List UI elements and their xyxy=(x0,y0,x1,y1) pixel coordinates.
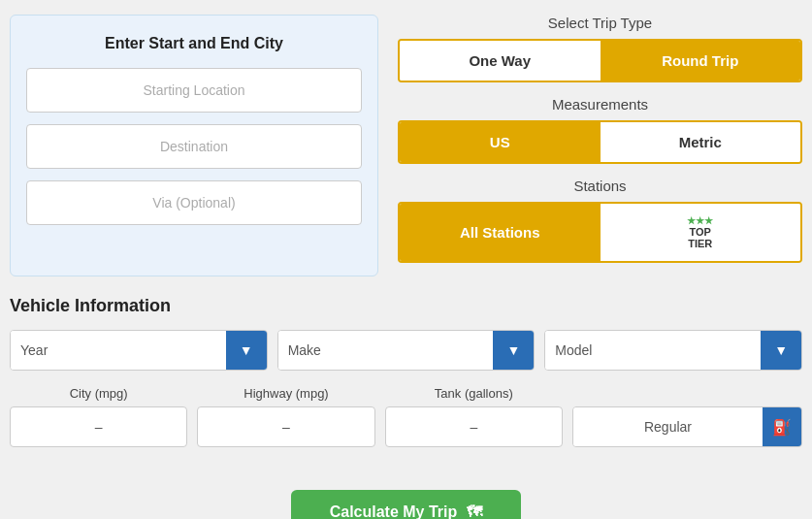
make-dropdown[interactable]: Make ▼ xyxy=(277,330,536,371)
fuel-icon: ⛽ xyxy=(763,407,801,446)
fuel-type-group: ⛽ xyxy=(572,386,802,447)
tank-input[interactable] xyxy=(385,406,563,447)
vehicle-section: Vehicle Information Year ▼ Make ▼ Model … xyxy=(10,296,802,447)
us-button[interactable]: US xyxy=(400,122,601,162)
city-mpg-label: City (mpg) xyxy=(10,386,187,401)
one-way-button[interactable]: One Way xyxy=(400,41,601,81)
all-stations-button[interactable]: All Stations xyxy=(400,204,601,261)
top-tier-button[interactable]: ★★★ TOP TIER xyxy=(601,204,801,261)
model-label: Model xyxy=(545,331,761,370)
calculate-button-wrapper: Calculate My Trip 🗺 xyxy=(291,470,522,519)
year-dropdown-arrow[interactable]: ▼ xyxy=(226,331,267,370)
year-dropdown[interactable]: Year ▼ xyxy=(10,330,268,371)
model-dropdown-arrow[interactable]: ▼ xyxy=(761,331,801,370)
highway-mpg-group: Highway (mpg) xyxy=(197,386,374,447)
make-dropdown-arrow[interactable]: ▼ xyxy=(493,331,534,370)
enter-city-title: Enter Start and End City xyxy=(26,35,362,52)
highway-mpg-input[interactable] xyxy=(197,406,374,447)
starting-location-input[interactable] xyxy=(26,68,362,113)
calculate-button[interactable]: Calculate My Trip 🗺 xyxy=(291,490,522,519)
fuel-type-label xyxy=(572,386,802,401)
trip-type-label: Select Trip Type xyxy=(398,15,802,31)
make-label: Make xyxy=(278,331,494,370)
year-label: Year xyxy=(11,331,226,370)
city-mpg-group: City (mpg) xyxy=(10,386,187,447)
vehicle-info-title: Vehicle Information xyxy=(10,296,802,316)
via-input[interactable] xyxy=(26,180,362,225)
stations-toggle: All Stations ★★★ TOP TIER xyxy=(398,202,802,263)
round-trip-button[interactable]: Round Trip xyxy=(601,41,801,81)
tank-label: Tank (gallons) xyxy=(385,386,563,401)
top-tier-logo: ★★★ TOP TIER xyxy=(687,215,713,249)
measurements-toggle: US Metric xyxy=(398,120,802,164)
mpg-row: City (mpg) Highway (mpg) Tank (gallons) … xyxy=(10,386,802,447)
city-mpg-input[interactable] xyxy=(10,406,187,447)
stations-label: Stations xyxy=(398,178,802,194)
left-panel: Enter Start and End City xyxy=(10,15,378,276)
calculate-button-icon: 🗺 xyxy=(467,503,482,519)
highway-mpg-label: Highway (mpg) xyxy=(197,386,374,401)
model-dropdown[interactable]: Model ▼ xyxy=(544,330,802,371)
trip-type-toggle: One Way Round Trip xyxy=(398,39,802,82)
tank-group: Tank (gallons) xyxy=(385,386,563,447)
measurements-label: Measurements xyxy=(398,96,802,113)
fuel-type-input[interactable] xyxy=(573,407,763,446)
vehicle-dropdowns-row: Year ▼ Make ▼ Model ▼ xyxy=(10,330,802,371)
fuel-input-wrapper: ⛽ xyxy=(572,406,802,447)
destination-input[interactable] xyxy=(26,124,362,169)
metric-button[interactable]: Metric xyxy=(601,122,801,162)
right-panel: Select Trip Type One Way Round Trip Meas… xyxy=(398,15,802,276)
calculate-button-label: Calculate My Trip xyxy=(330,503,458,519)
